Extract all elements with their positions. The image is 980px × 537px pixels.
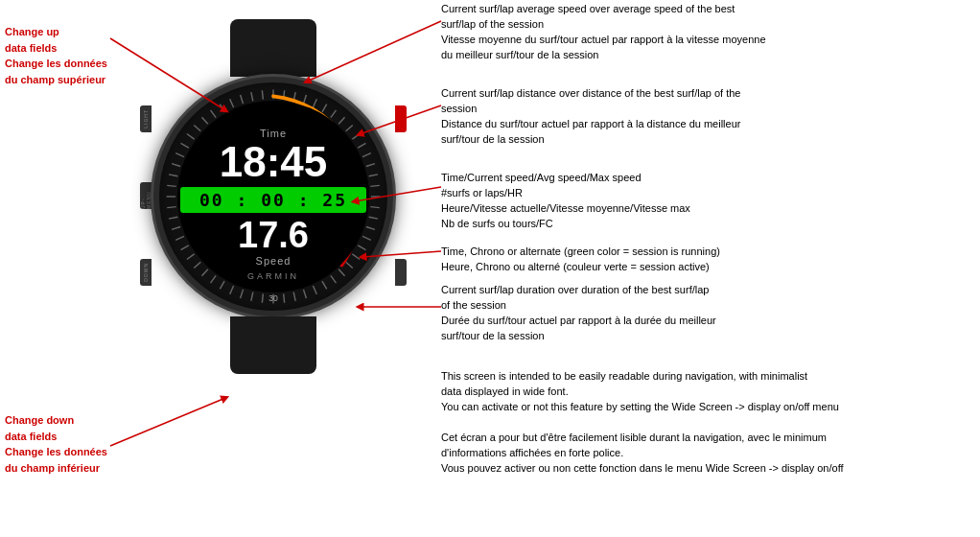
svg-line-33 — [241, 290, 244, 298]
svg-line-14 — [370, 185, 379, 186]
svg-line-21 — [352, 254, 360, 260]
watch-screen: Time 18:45 00 : 00 : 25 17.6 Speed GARMI… — [177, 101, 369, 292]
svg-line-41 — [175, 236, 184, 240]
watch-body: 0 5 10 30 55 50 Time 18:45 00 : 00 : 25 … — [153, 77, 393, 316]
svg-line-57 — [241, 95, 244, 104]
left-top-annotation: Change up data fields Change les données… — [5, 24, 107, 87]
svg-line-38 — [194, 262, 200, 268]
svg-line-49 — [175, 153, 184, 157]
svg-line-43 — [169, 217, 177, 219]
svg-line-2 — [293, 92, 295, 101]
svg-line-46 — [167, 185, 175, 186]
svg-line-50 — [181, 143, 189, 148]
svg-line-7 — [338, 117, 344, 124]
svg-text:30: 30 — [268, 293, 278, 303]
svg-line-31 — [262, 293, 263, 302]
svg-line-26 — [313, 286, 316, 294]
svg-line-39 — [187, 254, 195, 260]
watch-time-display: 18:45 — [220, 141, 328, 183]
svg-line-17 — [369, 217, 378, 219]
svg-line-8 — [346, 125, 353, 130]
svg-line-51 — [187, 134, 195, 140]
svg-line-23 — [338, 269, 344, 276]
watch-label-speed: Speed — [256, 255, 292, 267]
watch-outer: LIGHT UP-MENU DOWN — [153, 77, 393, 316]
annotation-block6: This screen is intended to be easily rea… — [441, 369, 844, 477]
svg-line-19 — [362, 236, 371, 240]
svg-line-25 — [322, 281, 327, 289]
btn-down[interactable]: DOWN — [140, 259, 152, 286]
svg-line-44 — [167, 207, 175, 208]
svg-line-24 — [331, 275, 337, 283]
svg-line-40 — [181, 245, 189, 250]
left-bottom-annotation: Change down data fields Change les donné… — [5, 412, 107, 476]
annotation-block4: Time, Chrono or alternate (green color =… — [441, 245, 720, 275]
svg-line-37 — [201, 269, 207, 276]
svg-line-5 — [322, 105, 327, 112]
svg-line-28 — [293, 292, 295, 301]
svg-line-59 — [262, 90, 263, 99]
svg-line-9 — [352, 134, 360, 140]
svg-line-52 — [194, 125, 200, 130]
svg-line-32 — [251, 292, 253, 301]
btn-up-menu[interactable]: UP-MENU — [140, 182, 152, 209]
svg-line-10 — [358, 143, 365, 148]
btn-light[interactable]: LIGHT — [140, 105, 152, 132]
annotation-block3: Time/Current speed/Avg speed/Max speed #… — [441, 171, 690, 232]
svg-line-29 — [284, 293, 285, 302]
btn-right-bot[interactable] — [395, 259, 407, 286]
svg-line-42 — [172, 226, 180, 229]
svg-line-13 — [369, 175, 378, 176]
svg-line-6 — [331, 110, 337, 118]
svg-line-11 — [362, 153, 371, 157]
svg-line-12 — [366, 164, 375, 167]
svg-line-53 — [201, 117, 207, 124]
garmin-logo: GARMIN — [247, 271, 299, 281]
annotation-block5: Current surf/lap duration over duration … — [441, 283, 716, 344]
svg-line-58 — [251, 92, 253, 101]
svg-line-36 — [211, 275, 217, 283]
svg-line-1 — [284, 90, 285, 99]
svg-line-55 — [220, 105, 224, 112]
annotation-block1: Current surf/lap average speed over aver… — [441, 2, 766, 63]
svg-line-18 — [366, 226, 375, 229]
svg-line-3 — [303, 95, 306, 104]
right-panel: Current surf/lap average speed over aver… — [441, 0, 978, 537]
watch-container: LIGHT UP-MENU DOWN — [125, 19, 422, 518]
svg-line-22 — [346, 262, 353, 268]
svg-line-16 — [370, 207, 379, 208]
svg-line-27 — [303, 290, 306, 298]
band-top — [230, 19, 316, 77]
svg-line-47 — [169, 175, 177, 176]
svg-line-48 — [172, 164, 180, 167]
btn-right-top[interactable] — [395, 105, 407, 132]
svg-line-56 — [230, 99, 234, 107]
svg-line-54 — [211, 110, 217, 118]
watch-chrono-display: 00 : 00 : 25 — [180, 187, 366, 213]
annotation-block2: Current surf/lap distance over distance … — [441, 86, 740, 148]
svg-line-4 — [313, 99, 316, 107]
band-bottom — [230, 316, 316, 374]
watch-speed-display: 17.6 — [238, 217, 309, 253]
svg-line-20 — [358, 245, 365, 250]
svg-line-35 — [220, 281, 224, 289]
watch-label-time: Time — [260, 128, 287, 139]
svg-line-34 — [230, 286, 234, 294]
